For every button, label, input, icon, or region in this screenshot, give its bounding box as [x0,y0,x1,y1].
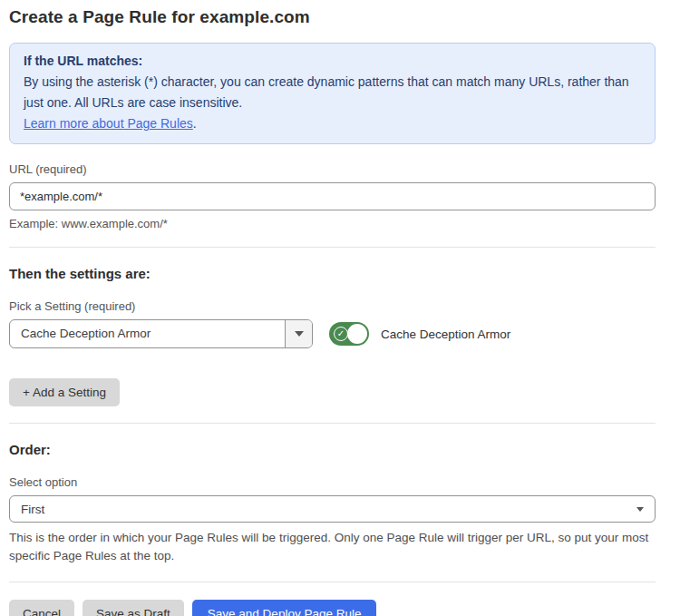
page-title: Create a Page Rule for example.com [9,7,656,27]
divider [9,582,656,582]
setting-select[interactable]: Cache Deception Armor [9,319,313,348]
info-box-body: By using the asterisk (*) character, you… [24,72,641,113]
link-period: . [193,116,197,131]
setting-row: Cache Deception Armor ✓ Cache Deception … [9,319,656,348]
save-as-draft-button[interactable]: Save as Draft [83,600,184,616]
url-match-info-box: If the URL matches: By using the asteris… [9,43,656,144]
page-rule-form: Create a Page Rule for example.com If th… [9,7,656,616]
order-select-value: First [21,503,44,516]
order-section-heading: Order: [9,442,656,457]
divider [9,423,656,424]
toggle-knob [347,324,367,344]
info-box-link-line: Learn more about Page Rules. [24,113,641,134]
url-field-label: URL (required) [9,162,656,176]
divider [9,247,656,248]
url-example-helper: Example: www.example.com/* [9,217,656,230]
add-setting-button[interactable]: + Add a Setting [9,378,120,406]
caret-down-icon [295,331,304,337]
order-helper-text: This is the order in which your Page Rul… [9,529,656,565]
info-box-heading: If the URL matches: [24,51,641,72]
order-select-label: Select option [9,475,656,489]
setting-toggle[interactable]: ✓ [329,322,369,346]
form-actions: Cancel Save as Draft Save and Deploy Pag… [9,600,656,616]
learn-more-link[interactable]: Learn more about Page Rules [24,116,193,131]
setting-picker-label: Pick a Setting (required) [9,299,656,313]
check-icon: ✓ [334,327,348,341]
settings-section-heading: Then the settings are: [9,266,656,281]
url-input[interactable] [9,182,656,210]
caret-down-icon [636,507,644,512]
order-select[interactable]: First [9,495,656,523]
save-and-deploy-button[interactable]: Save and Deploy Page Rule [192,600,377,616]
setting-select-caret-button[interactable] [285,320,312,347]
cancel-button[interactable]: Cancel [9,600,74,616]
setting-select-value: Cache Deception Armor [10,320,285,347]
setting-toggle-label: Cache Deception Armor [381,328,510,341]
